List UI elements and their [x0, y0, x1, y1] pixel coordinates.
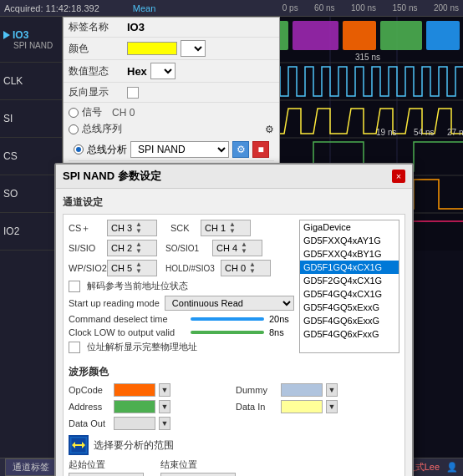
- channel-cs[interactable]: CS: [0, 138, 62, 175]
- device-list-item[interactable]: GD5FXXQ4xAY1G: [300, 234, 399, 247]
- wp-sio2-select[interactable]: CH 5 ▲ ▼: [107, 260, 157, 276]
- io3-expand-icon: [3, 31, 10, 39]
- device-list-item[interactable]: GD5F1GQ4xCX1G: [300, 261, 399, 274]
- addr-display-row: 位址解析显示完整物理地址: [69, 341, 294, 353]
- device-list-item[interactable]: GD5F4GQ6xFxxG: [300, 327, 399, 341]
- signal-value: CH 0: [112, 107, 135, 119]
- hold-sio3-select[interactable]: CH 0 ▲ ▼: [221, 260, 271, 276]
- dummy-color-swatch[interactable]: [281, 383, 323, 397]
- start-pos-select[interactable]: 缓冲区开头: [69, 473, 144, 476]
- range-fields: 起始位置 缓冲区开头 结束位置 缓冲区结尾: [69, 458, 399, 476]
- address-color-dropdown[interactable]: ▼: [159, 400, 170, 413]
- properties-panel: 标签名称 IO3 颜色 数值型态 Hex 反向显示 信号 CH 0 总线序列 ⚙…: [63, 17, 280, 185]
- svg-text:27 ns: 27 ns: [447, 128, 463, 137]
- tag-value: IO3: [127, 21, 145, 33]
- colors-grid: OpCode ▼ Dummy ▼ Address ▼: [69, 383, 399, 430]
- reverse-label: 反向显示: [69, 85, 127, 99]
- cmd-deselect-label: Command deselect time: [69, 314, 186, 324]
- data-out-color-swatch[interactable]: [114, 417, 155, 430]
- decode-addr-row: 解码参考当前地址位状态: [69, 280, 294, 292]
- dummy-color-dropdown[interactable]: ▼: [326, 383, 338, 397]
- end-pos-label: 结束位置: [160, 458, 236, 471]
- device-list-item[interactable]: GD5F4GQ5xExxG: [300, 301, 399, 314]
- channel-so[interactable]: SO: [0, 175, 62, 213]
- cs-select[interactable]: CH 3 ▲ ▼: [107, 220, 157, 236]
- data-out-color-dropdown[interactable]: ▼: [159, 417, 170, 430]
- channel-clk-name: CLK: [3, 75, 59, 87]
- bus-seq-gear-icon[interactable]: ⚙: [265, 124, 274, 135]
- so-spinner[interactable]: ▲ ▼: [241, 241, 247, 255]
- device-list-item[interactable]: GD5FXXQ4xBY1G: [300, 247, 399, 261]
- mode-radio-group: 信号 CH 0 总线序列 ⚙ 总线分析 SPI NAND ⚙ ■: [64, 103, 279, 164]
- device-list-item[interactable]: GD5F2GQ4xCX1G: [300, 274, 399, 287]
- channel-io3[interactable]: IO3 SPI NAND: [0, 17, 62, 63]
- si-sio-label: SI/SIO: [69, 243, 102, 253]
- address-color-swatch[interactable]: [114, 400, 155, 413]
- si-spinner[interactable]: ▲ ▼: [135, 241, 142, 255]
- opcode-color-swatch[interactable]: [114, 383, 155, 397]
- bus-seq-radio[interactable]: [69, 124, 79, 134]
- si-sio-select[interactable]: CH 2 ▲ ▼: [107, 240, 157, 256]
- device-list-item[interactable]: GigaDevice: [300, 220, 399, 234]
- data-in-color-dropdown[interactable]: ▼: [326, 400, 338, 413]
- dialog-close-button[interactable]: ×: [392, 170, 405, 183]
- data-type-value: Hex: [127, 65, 147, 78]
- range-header: 选择要分析的范围: [69, 435, 399, 455]
- dialog-title: SPI NAND 参数设定: [63, 169, 161, 184]
- clk-low-label: Clock LOW to output valid: [69, 327, 186, 337]
- addr-display-checkbox[interactable]: [69, 342, 80, 353]
- decode-addr-checkbox[interactable]: [69, 281, 80, 292]
- cs-spinner[interactable]: ▲ ▼: [135, 221, 142, 235]
- sck-select[interactable]: CH 1 ▲ ▼: [201, 220, 251, 236]
- waveform-colors-section: 波形颜色 OpCode ▼ Dummy ▼ Address: [69, 365, 399, 430]
- channel-sidebar: IO3 SPI NAND CLK SI CS SO IO2: [0, 17, 63, 476]
- end-pos-select[interactable]: 缓冲区结尾: [160, 473, 236, 476]
- device-list-container: GigaDeviceGD5FXXQ4xAY1GGD5FXXQ4xBY1GGD5F…: [299, 220, 399, 360]
- analyze-red-button[interactable]: ■: [252, 141, 269, 158]
- start-pos-label: 起始位置: [69, 458, 144, 471]
- signal-radio-row: 信号 CH 0: [69, 105, 274, 119]
- device-list[interactable]: GigaDeviceGD5FXXQ4xAY1GGD5FXXQ4xBY1GGD5F…: [299, 220, 399, 353]
- data-in-color-swatch[interactable]: [281, 400, 323, 413]
- range-icon: [69, 435, 89, 455]
- waveform-colors-title: 波形颜色: [69, 365, 399, 379]
- bus-analyze-radio[interactable]: [74, 144, 84, 154]
- startup-select[interactable]: Continuous Read: [165, 296, 294, 311]
- top-toolbar: Acquired: 11:42:18.392 Mean 0 ps 60 ns 1…: [0, 0, 463, 17]
- opcode-color-dropdown[interactable]: ▼: [159, 383, 170, 397]
- clk-low-row: Clock LOW to output valid 8ns: [69, 327, 294, 337]
- channel-tab-label: 通道标签: [13, 462, 49, 472]
- color-select[interactable]: [181, 40, 206, 57]
- bus-analyze-select[interactable]: SPI NAND: [130, 141, 229, 158]
- hold-spinner[interactable]: ▲ ▼: [249, 261, 256, 275]
- sck-label: SCK: [170, 223, 196, 233]
- channel-tab[interactable]: 通道标签: [5, 458, 57, 476]
- channel-si[interactable]: SI: [0, 100, 62, 138]
- wp-sio2-label: WP/SIO2: [69, 263, 102, 273]
- cmd-deselect-slider[interactable]: [191, 317, 264, 321]
- tag-label: 标签名称: [69, 20, 127, 34]
- opcode-label: OpCode: [69, 385, 110, 395]
- channel-io2[interactable]: IO2: [0, 213, 62, 251]
- signal-radio[interactable]: [69, 108, 79, 118]
- clk-low-slider[interactable]: [191, 331, 264, 334]
- data-in-color-row: Data In ▼: [236, 400, 399, 413]
- so-sio1-select[interactable]: CH 4 ▲ ▼: [212, 240, 262, 256]
- color-label: 颜色: [69, 42, 127, 56]
- sck-spinner[interactable]: ▲ ▼: [229, 221, 236, 235]
- svg-rect-21: [293, 21, 338, 50]
- color-swatch[interactable]: [127, 42, 177, 55]
- timestamp-label: Acquired: 11:42:18.392: [4, 3, 99, 13]
- data-in-label: Data In: [236, 402, 277, 412]
- device-list-item[interactable]: GD5F4GQ6xExxG: [300, 314, 399, 327]
- analyze-gear-button[interactable]: ⚙: [232, 141, 249, 158]
- dummy-label: Dummy: [236, 385, 277, 395]
- device-list-item[interactable]: GD5F4GQ4xCX1G: [300, 287, 399, 301]
- data-type-select[interactable]: [150, 63, 176, 79]
- cs-label: CS＋: [69, 222, 102, 235]
- wp-spinner[interactable]: ▲ ▼: [135, 261, 142, 275]
- reverse-checkbox[interactable]: [127, 87, 139, 99]
- si-so-row: SI/SIO CH 2 ▲ ▼ SO/SIO1 CH 4: [69, 240, 294, 256]
- channel-config-section: CS＋ CH 3 ▲ ▼ SCK CH 1 ▲: [63, 214, 405, 476]
- channel-clk[interactable]: CLK: [0, 63, 62, 100]
